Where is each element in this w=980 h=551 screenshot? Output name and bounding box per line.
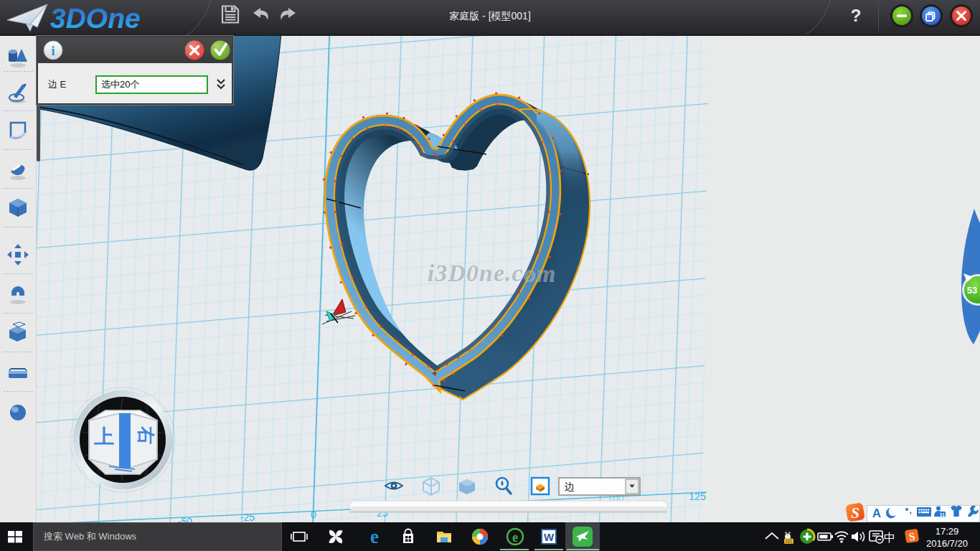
svg-text:A: A [872,507,881,520]
svg-text:0: 0 [311,509,316,520]
svg-text:上: 上 [94,425,114,448]
svg-text:11: 11 [940,512,946,517]
svg-text:i: i [51,44,55,58]
svg-text:3DOne: 3DOne [50,3,141,34]
svg-text:右: 右 [136,426,156,445]
svg-text:-25: -25 [240,512,255,523]
svg-text:S: S [851,504,859,522]
svg-text:边: 边 [565,481,575,492]
svg-text:53: 53 [967,285,977,296]
svg-text:125: 125 [689,491,706,502]
svg-text:i3D0ne.com: i3D0ne.com [428,260,556,286]
